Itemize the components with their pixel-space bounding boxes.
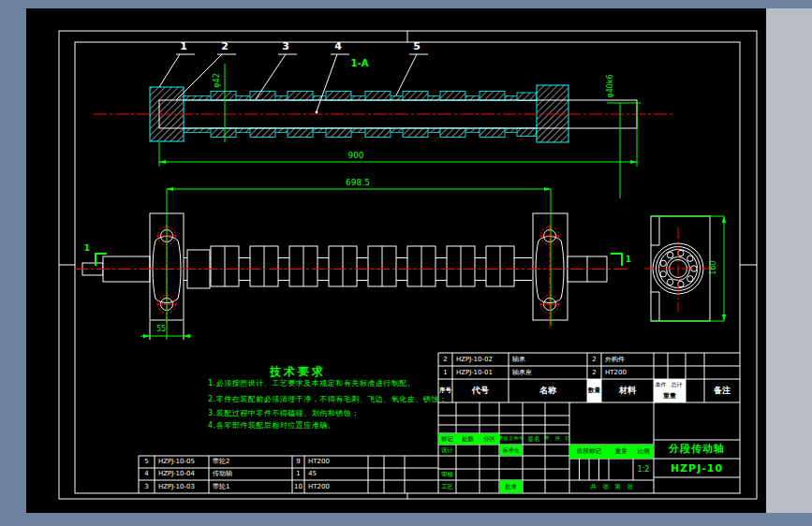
part-row-material: 外购件 [603,353,654,366]
callout-4: 4 [332,41,344,51]
revision-header-docno: 更改文件号 [499,433,523,445]
parts-header-qty: 数量 [587,379,601,402]
parts-header-code: 代号 [452,379,509,402]
dimension-lines [96,64,726,340]
revision-header-count: 处数 [456,433,480,445]
part-row-name: 带轮2 [211,456,269,468]
scale-label: 比例 [633,445,654,459]
bottom-bar [0,513,812,526]
part-row-name: 传动轴 [211,468,269,480]
role-standardization: 标准化 [499,445,523,456]
parts-header-total: 总计 [668,379,686,390]
revision-header-zone: 分区 [480,433,499,445]
drawing-title: 分段传动轴 [654,438,740,459]
part-row-qty: 9 [292,456,304,468]
part-row-seq: 3 [139,480,155,493]
part-row-name: 带轮1 [211,480,269,493]
role-design: 设计 [438,445,456,456]
role-process: 工艺 [438,480,456,493]
dim-bearing-span: 698.5 [340,179,376,187]
cut-marker-right: 1 [624,256,633,264]
tech-requirement-line: 4.各零部件装配后相对位置应准确。 [208,422,335,430]
part-row-qty: 10 [292,480,304,493]
part-row-code: HZPJ-10-05 [156,456,209,468]
cut-marker-left: 1 [82,244,92,253]
part-row-seq: 1 [438,366,452,379]
tech-requirement-line: 1.必须按照设计、工艺要求及本规定和有关标准进行制配。 [208,380,415,387]
parts-header-unit: 单件 [654,379,668,390]
part-row-name: 轴承 [510,353,568,366]
revision-header-date: 年、月、日 [545,433,569,445]
revision-header-signature: 签名 [523,433,545,445]
part-row-code: HZPJ-10-02 [454,353,509,366]
part-row-material: HT200 [306,456,364,468]
role-review: 审核 [438,469,456,480]
dim-bore: φ42 [214,62,221,99]
dim-housing-height: 160 [710,251,717,285]
part-row-code: HZPJ-10-03 [156,480,209,493]
sheet-count: 共 张 第 张 [569,480,654,493]
part-row-name: 轴承座 [510,366,568,379]
role-approve: 批准 [499,480,523,493]
tech-requirement-line: 3.装配过程中零件不得磕碰、划伤和锈蚀； [208,410,360,417]
left-margin [0,8,26,513]
part-row-material: HT200 [306,480,364,493]
parts-header-remark: 备注 [704,379,740,402]
centerlines [75,114,717,329]
callout-1: 1 [178,41,189,51]
revision-header-mark: 标记 [438,433,456,445]
front-view [82,213,607,340]
callout-2: 2 [219,41,230,51]
part-row-seq: 4 [139,468,155,480]
weight-label: 重量 [609,445,633,459]
part-row-qty: 2 [587,353,601,366]
part-row-qty: 1 [292,468,304,480]
dim-total-length: 900 [343,152,369,160]
parts-header-weight: 重量 [654,390,686,402]
part-row-material: HT200 [603,366,654,379]
right-panel [766,8,812,513]
tech-requirements-title: 技术要求 [270,364,326,380]
callout-5: 5 [411,41,422,51]
cad-drawing-viewer: 1 2 3 4 5 1-A 1 1 900 698.5 55 φ42 φ40k6… [0,0,812,526]
dim-base-width: 55 [154,326,169,333]
callout-3: 3 [280,41,291,51]
part-row-code: HZPJ-10-01 [454,366,509,379]
tech-requirement-line: 2.零件在装配前必须清理干净，不得有毛刺、飞边、氧化皮、锈蚀； [208,396,447,403]
part-row-seq: 5 [139,456,155,468]
stage-mark-label: 阶段标记 [569,445,609,459]
parts-header-seq: 序号 [438,379,452,402]
part-row-seq: 2 [438,353,452,366]
titlebar [0,0,812,8]
part-row-qty: 2 [587,366,601,379]
part-row-material: 45 [306,468,364,480]
drawing-number: HZPJ-10 [654,459,740,477]
part-row-code: HZPJ-10-04 [156,468,209,480]
parts-header-material: 材料 [601,379,654,402]
section-view-label: 1-A [348,59,371,68]
dim-journal: φ40k6 [607,64,614,109]
parts-header-name: 名称 [509,379,587,402]
scale-value: 1:2 [633,459,654,480]
